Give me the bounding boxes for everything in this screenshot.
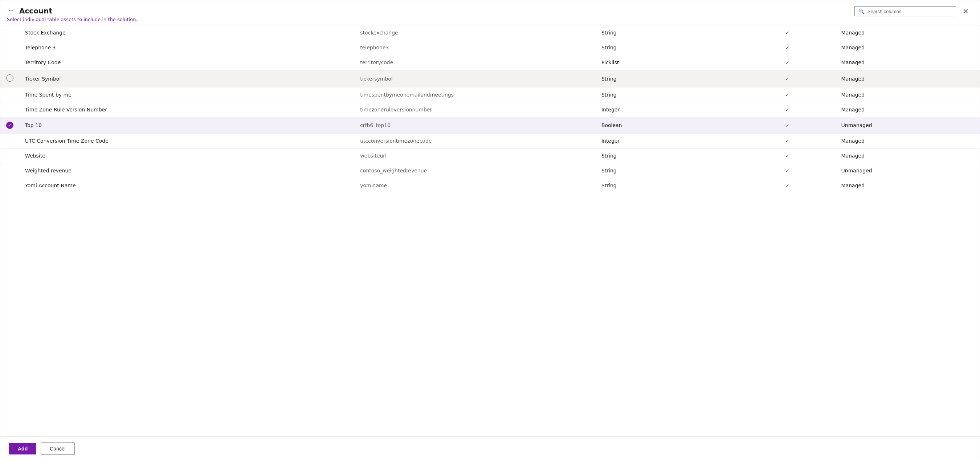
column-logical-name: timezoneruleversionnumber (354, 102, 596, 117)
column-type: Picklist (596, 55, 740, 70)
column-managed-status: Managed (835, 70, 980, 87)
column-managed-status: Unmanaged (835, 163, 980, 178)
column-logical-name: tickersymbol (354, 70, 596, 87)
column-logical-name: utcconversiontimezonecode (354, 134, 596, 148)
column-type: String (596, 40, 740, 55)
column-check-mark: ✓ (740, 163, 835, 178)
column-display-name: Weighted revenue (19, 163, 354, 178)
column-check-mark: ✓ (740, 134, 835, 148)
header-title-row: ← Account (6, 6, 138, 15)
column-logical-name: stockexchange (354, 25, 596, 40)
column-type: Integer (596, 102, 740, 117)
subtitle-highlight: individual table assets (23, 17, 76, 22)
table-row[interactable]: Territory CodeterritorycodePicklist✓Mana… (0, 55, 980, 70)
column-managed-status: Managed (835, 40, 980, 55)
column-display-name: Website (19, 148, 354, 163)
table-row[interactable]: Ticker SymboltickersymbolString✓Managed (0, 70, 980, 87)
back-button[interactable]: ← (6, 6, 16, 15)
column-check-mark: ✓ (740, 70, 835, 87)
column-check-mark: ✓ (740, 40, 835, 55)
subtitle-plain: Select (7, 17, 23, 22)
column-type: String (596, 70, 740, 87)
column-managed-status: Managed (835, 148, 980, 163)
column-display-name: Stock Exchange (19, 25, 354, 40)
check-icon: ✓ (786, 138, 789, 144)
column-check-mark: ✓ (740, 55, 835, 70)
table-row[interactable]: Telephone 3telephone3String✓Managed (0, 40, 980, 55)
check-icon: ✓ (786, 92, 789, 98)
column-type: Integer (596, 134, 740, 148)
subtitle-rest: to include in the solution. (76, 17, 138, 22)
column-check-mark: ✓ (740, 148, 835, 163)
check-icon: ✓ (786, 183, 789, 188)
table-row[interactable]: Top 10crfb6_top10Boolean✓Unmanaged (0, 117, 980, 134)
row-checkbox[interactable] (6, 75, 13, 82)
column-managed-status: Managed (835, 178, 980, 193)
column-check-mark: ✓ (740, 25, 835, 40)
cancel-button[interactable]: Cancel (41, 442, 75, 455)
row-checkbox[interactable] (6, 122, 13, 129)
header: ← Account Select individual table assets… (0, 0, 980, 25)
column-managed-status: Managed (835, 87, 980, 102)
column-type: String (596, 25, 740, 40)
checkbox-cell (0, 25, 19, 40)
footer: Add Cancel (0, 436, 980, 461)
page-title: Account (19, 6, 52, 15)
column-managed-status: Managed (835, 25, 980, 40)
column-check-mark: ✓ (740, 102, 835, 117)
checkbox-cell (0, 87, 19, 102)
column-logical-name: telephone3 (354, 40, 596, 55)
table-container: Stock ExchangestockexchangeString✓Manage… (0, 25, 980, 436)
search-input[interactable] (867, 9, 952, 14)
check-icon: ✓ (786, 45, 789, 51)
check-icon: ✓ (786, 30, 789, 36)
add-button[interactable]: Add (9, 443, 36, 455)
column-check-mark: ✓ (740, 87, 835, 102)
table-row[interactable]: UTC Conversion Time Zone Codeutcconversi… (0, 134, 980, 148)
checkbox-cell (0, 148, 19, 163)
check-icon: ✓ (786, 60, 789, 65)
check-icon: ✓ (786, 168, 789, 173)
column-logical-name: contoso_weightedrevenue (354, 163, 596, 178)
column-display-name: Telephone 3 (19, 40, 354, 55)
column-managed-status: Managed (835, 55, 980, 70)
checkbox-cell (0, 102, 19, 117)
checkbox-cell (0, 70, 19, 87)
checkbox-cell (0, 163, 19, 178)
table-row[interactable]: Time Zone Rule Version Numbertimezonerul… (0, 102, 980, 117)
table-row[interactable]: Stock ExchangestockexchangeString✓Manage… (0, 25, 980, 40)
check-icon: ✓ (786, 153, 789, 159)
subtitle: Select individual table assets to includ… (6, 17, 138, 22)
search-box[interactable]: 🔍 (854, 6, 956, 16)
column-check-mark: ✓ (740, 178, 835, 193)
column-display-name: UTC Conversion Time Zone Code (19, 134, 354, 148)
table-row[interactable]: Weighted revenuecontoso_weightedrevenueS… (0, 163, 980, 178)
column-logical-name: territorycode (354, 55, 596, 70)
header-right: 🔍 ✕ (854, 6, 971, 16)
check-icon: ✓ (786, 123, 789, 128)
checkbox-cell (0, 178, 19, 193)
column-managed-status: Managed (835, 102, 980, 117)
column-display-name: Top 10 (19, 117, 354, 134)
column-check-mark: ✓ (740, 117, 835, 134)
table-row[interactable]: Time Spent by metimespentbymeonemailandm… (0, 87, 980, 102)
header-left: ← Account Select individual table assets… (6, 6, 138, 22)
column-logical-name: yominame (354, 178, 596, 193)
column-type: String (596, 87, 740, 102)
search-icon: 🔍 (858, 8, 865, 14)
column-display-name: Time Spent by me (19, 87, 354, 102)
close-button[interactable]: ✕ (960, 6, 971, 16)
column-logical-name: websiteurl (354, 148, 596, 163)
column-display-name: Ticker Symbol (19, 70, 354, 87)
column-type: String (596, 163, 740, 178)
column-display-name: Yomi Account Name (19, 178, 354, 193)
checkbox-cell (0, 40, 19, 55)
column-managed-status: Managed (835, 134, 980, 148)
column-display-name: Time Zone Rule Version Number (19, 102, 354, 117)
column-display-name: Territory Code (19, 55, 354, 70)
table-row[interactable]: WebsitewebsiteurlString✓Managed (0, 148, 980, 163)
check-icon: ✓ (786, 76, 789, 82)
table-row[interactable]: Yomi Account NameyominameString✓Managed (0, 178, 980, 193)
column-type: String (596, 178, 740, 193)
column-logical-name: crfb6_top10 (354, 117, 596, 134)
